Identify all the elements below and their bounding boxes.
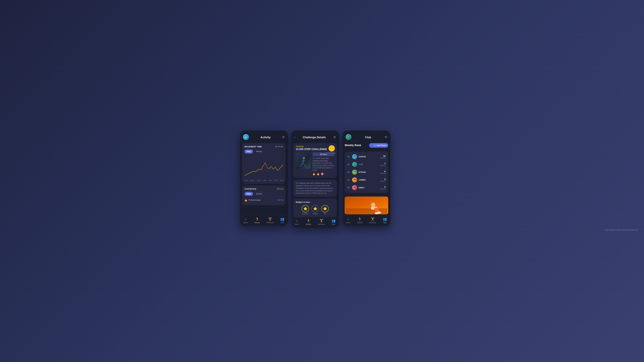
statistics-toggle: Daily Weekly xyxy=(244,192,283,196)
screen3-nav-workouts[interactable]: 🏋 Workouts xyxy=(369,217,376,223)
screen-club: 🏃 Club ⚙ Weekly Rank 👤+ + Add Friend #1 xyxy=(342,130,390,226)
svg-line-13 xyxy=(304,161,306,161)
workout-image xyxy=(345,197,388,214)
stats-toggle-weekly-btn[interactable]: Weekly xyxy=(254,192,264,196)
rank-count-emily: 2 xyxy=(380,186,386,188)
nav-home-label: Home xyxy=(244,222,248,223)
rank-row-1: #1 👩 SARAH 10 workouts xyxy=(347,153,386,160)
rank-label-james: workouts xyxy=(380,180,386,182)
screen2-home-label: Home xyxy=(295,223,299,225)
screen2-nav-home[interactable]: ⌂ Home xyxy=(295,219,299,225)
stat-left: 🔥 50 kcal burned xyxy=(244,199,260,202)
svg-point-18 xyxy=(371,203,375,207)
rank-label-you: workouts xyxy=(380,165,386,166)
rank-avatar-emily: 👧 xyxy=(352,185,357,190)
stat-time: 8:16 PM xyxy=(277,199,283,201)
add-friend-label: + Add Friend xyxy=(375,144,386,146)
stats-toggle-daily-btn[interactable]: Daily xyxy=(244,192,253,196)
rank-label-sarah: workouts xyxy=(380,157,386,159)
screen1-title: Activity xyxy=(258,133,274,141)
movement-title: MOVEMENT TIME xyxy=(244,146,262,148)
statistics-title: STATISTICS xyxy=(244,188,256,190)
rank-workouts-james: 3 workouts xyxy=(380,178,386,182)
rank-num-5: #5 xyxy=(347,187,350,189)
rank-count-ethan: 6 xyxy=(380,170,386,173)
screen3-workouts-icon: 🏋 xyxy=(370,217,374,221)
screen-challenge: ‹ Challenge Details ⚙ Challenge 10.000 S… xyxy=(291,130,339,228)
screen2-title: Challenge Details xyxy=(300,133,329,141)
rank-avatar-you: 🏃 xyxy=(352,162,357,167)
svg-line-11 xyxy=(303,163,305,165)
screen3-header: 🏃 Club ⚙ xyxy=(342,130,390,143)
rank-label-ethan: workouts xyxy=(380,173,386,174)
movement-card-header: MOVEMENT TIME 6h 16 min xyxy=(244,146,283,148)
screen2-activity-icon: 🏃 xyxy=(306,219,310,223)
nav-activity[interactable]: 🏃 Activity xyxy=(254,217,260,223)
back-icon[interactable]: ‹ xyxy=(294,135,295,139)
rank-avatar-sarah: 👩 xyxy=(352,154,357,159)
settings-icon[interactable]: ⚙ xyxy=(282,135,285,139)
screen3-home-icon: ⌂ xyxy=(347,217,349,221)
club-header: Weekly Rank 👤+ + Add Friend xyxy=(345,143,388,148)
challenge-desc-card: The challenge starts with a baseline ste… xyxy=(294,180,337,197)
avatar[interactable]: 🏄 xyxy=(243,134,249,140)
rank-workouts-sarah: 10 workouts xyxy=(380,155,386,159)
badge-label-progress: Progress xyxy=(312,213,318,215)
club-icon: 👥 xyxy=(280,217,284,221)
screen2-nav-activity[interactable]: 🏃 Activity xyxy=(306,219,311,225)
nav-workouts[interactable]: 🏋 Workouts xyxy=(266,217,274,223)
nav-home[interactable]: ⌂ Home xyxy=(244,217,248,223)
footer-credit: UXIO Design by Nicole | www.uxiodesign.c… xyxy=(3,228,641,232)
rank-name-emily: EMILY xyxy=(359,187,379,189)
add-friend-icon: 👤+ xyxy=(371,144,374,146)
screen3-club-label: Club xyxy=(383,222,386,223)
screen3-nav-club[interactable]: 👥 Club xyxy=(383,217,387,223)
weekly-rank-title: Weekly Rank xyxy=(345,144,361,147)
screen3-activity-icon: 🏃 xyxy=(358,217,362,221)
nav-club[interactable]: 👥 Club xyxy=(280,217,284,223)
screen3-nav-home[interactable]: ⌂ Home xyxy=(346,217,350,223)
svg-rect-16 xyxy=(346,208,387,214)
svg-point-7 xyxy=(264,163,266,164)
badge-resilience: ⭐ Resilience xyxy=(302,205,309,215)
screen2-workouts-icon: 🏋 xyxy=(319,219,323,223)
movement-chart xyxy=(244,155,283,179)
screen2-nav-workouts[interactable]: 🏋 Workouts xyxy=(318,219,325,225)
badges-card: Badges to earn: ⭐ Resilience ⭐ Progress … xyxy=(294,199,337,217)
screen3-nav-activity[interactable]: 🏃 Activity xyxy=(357,217,362,223)
rank-row-4: #4 👦 JAMES 3 workouts xyxy=(347,177,386,183)
screen3-avatar[interactable]: 🏃 xyxy=(346,134,352,140)
screen1-header: 🏄 Activity ⚙ xyxy=(240,130,288,143)
screen3-club-icon: 👥 xyxy=(383,217,387,221)
movement-toggle: Daily Weekly xyxy=(244,150,283,153)
screen2-club-label: Club xyxy=(332,223,335,225)
rank-name-ethan: ETHAN xyxy=(359,171,379,173)
rank-count-james: 3 xyxy=(380,178,386,180)
challenge-info: 30 days The 10,000 Steps Daily Challenge… xyxy=(312,152,334,175)
rank-name-james: JAMES xyxy=(359,179,379,181)
toggle-daily-btn[interactable]: Daily xyxy=(244,150,253,153)
rank-num-1: #1 xyxy=(347,156,350,158)
rank-num-2: #2 xyxy=(347,163,350,165)
screen1-bottom-nav: ⌂ Home 🏃 Activity 🏋 Workouts 👥 Club xyxy=(240,215,288,226)
rank-num-4: #4 xyxy=(347,179,350,181)
rank-name-sarah: SARAH xyxy=(359,156,379,158)
chart-label-12am: 12AM xyxy=(257,180,260,181)
screen3-settings-icon[interactable]: ⚙ xyxy=(384,135,387,139)
toggle-weekly-btn[interactable]: Weekly xyxy=(254,150,264,153)
screen3-activity-label: Activity xyxy=(357,222,362,223)
chart-label-2pm: 2PM xyxy=(263,180,266,181)
badge-icon-resilience: ⭐ xyxy=(302,205,309,212)
screen2-settings-icon[interactable]: ⚙ xyxy=(333,135,336,139)
svg-point-8 xyxy=(303,157,305,159)
long-description: The challenge starts with a baseline ste… xyxy=(296,182,334,194)
chart-label-10am: 10AM xyxy=(250,180,254,181)
screen1-content: MOVEMENT TIME 6h 16 min Daily Weekly xyxy=(240,143,288,215)
add-friend-btn[interactable]: 👤+ + Add Friend xyxy=(369,143,388,148)
rank-row-2: #2 🏃 YOU 7 workouts xyxy=(347,161,386,168)
screen3-home-label: Home xyxy=(346,222,350,223)
screen2-nav-club[interactable]: 👥 Club xyxy=(332,219,336,225)
start-challenge-btn[interactable]: → xyxy=(328,145,335,151)
movement-value: 6h 16 min xyxy=(275,146,283,148)
rank-avatar-james: 👦 xyxy=(352,177,357,182)
